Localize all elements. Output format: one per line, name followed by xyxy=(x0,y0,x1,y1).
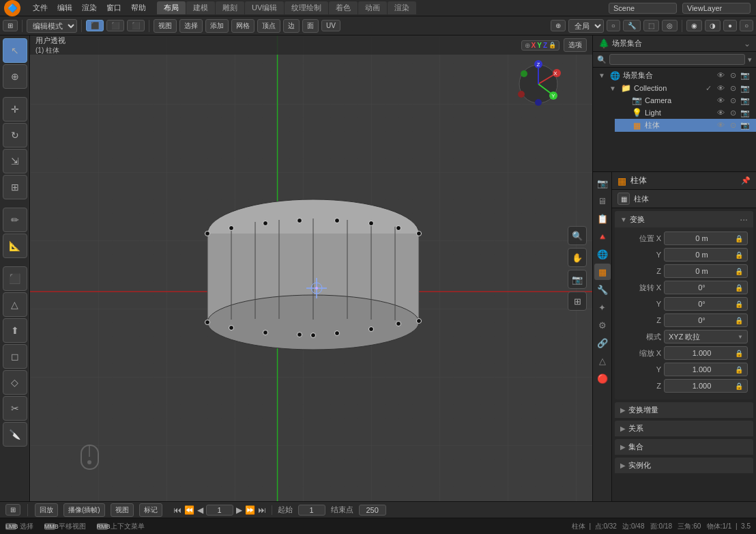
add-menu-btn[interactable]: 添加 xyxy=(205,19,229,33)
playback-btn[interactable]: 回放 xyxy=(35,503,58,517)
move-tool[interactable]: ✛ xyxy=(3,97,27,122)
overlay-btn[interactable]: ⬚ xyxy=(643,20,659,31)
workspace-tab-layout[interactable]: 布局 xyxy=(157,1,186,14)
select-tool[interactable]: ↖ xyxy=(3,38,27,63)
col-render-icon[interactable]: ⊙ xyxy=(727,84,738,93)
viewport-shading-3[interactable]: ● xyxy=(723,20,737,31)
loop-cut-tool[interactable]: ✂ xyxy=(3,396,27,421)
viewport-shading-2[interactable]: ◑ xyxy=(705,20,721,31)
pos-z-field[interactable]: 0 m 🔒 xyxy=(664,264,748,278)
jump-end-btn[interactable]: ⏭ xyxy=(258,505,266,515)
proportional-btn[interactable]: ○ xyxy=(607,20,620,31)
prop-tab-output[interactable]: 🖥 xyxy=(594,193,611,209)
menu-window[interactable]: 窗口 xyxy=(102,1,126,14)
camera-btn[interactable]: 📷 xyxy=(568,270,587,289)
pos-x-field[interactable]: 0 m 🔒 xyxy=(664,231,748,245)
edge-menu-btn[interactable]: 边 xyxy=(283,19,300,33)
x-axis-btn[interactable]: X xyxy=(532,42,536,49)
pos-y-field[interactable]: 0 m 🔒 xyxy=(664,248,748,262)
pin-icon[interactable]: 📌 xyxy=(741,176,751,185)
outliner-cylinder[interactable]: ▶ ▦ 柱体 👁 ⊙ 📷 xyxy=(615,119,756,132)
editor-type-btn[interactable]: ⊞ xyxy=(3,20,18,31)
edit-mode-select[interactable]: 编辑模式 xyxy=(27,19,77,33)
viewport[interactable]: 用户透视 (1) 柱体 ⊕ X Y Z 🔒 选项 xyxy=(30,36,592,501)
add-cone-tool[interactable]: △ xyxy=(3,292,27,317)
jump-start-btn[interactable]: ⏮ xyxy=(173,505,181,515)
col-exclude-icon[interactable]: 👁 xyxy=(715,84,726,93)
scale-x-lock[interactable]: 🔒 xyxy=(735,350,743,357)
playback-speed-btn[interactable]: 播像(插帧) xyxy=(63,503,105,517)
rot-y-lock[interactable]: 🔒 xyxy=(735,300,743,308)
edge-mode-btn[interactable]: ⬛ xyxy=(106,20,124,31)
zoom-in-btn[interactable]: 🔍 xyxy=(568,226,587,245)
grid-btn[interactable]: ⊞ xyxy=(568,292,587,311)
relations-header[interactable]: ▶ 关系 xyxy=(615,421,753,436)
outliner-options[interactable]: ⌄ xyxy=(744,39,751,48)
light-ren-icon[interactable]: 📷 xyxy=(740,109,751,117)
rotate-tool[interactable]: ↻ xyxy=(3,123,27,147)
prop-tab-constraints[interactable]: 🔗 xyxy=(594,335,611,351)
rot-y-field[interactable]: 0° 🔒 xyxy=(664,297,748,311)
render-icon[interactable]: 📷 xyxy=(740,71,751,80)
cyl-vis-icon[interactable]: 👁 xyxy=(715,121,726,130)
rot-x-lock[interactable]: 🔒 xyxy=(735,284,743,292)
workspace-tab-texture[interactable]: 纹理绘制 xyxy=(285,1,328,14)
prop-tab-object[interactable]: ▦ xyxy=(594,264,611,280)
outliner-camera[interactable]: ▶ 📷 Camera 👁 ⊙ 📷 xyxy=(615,94,756,107)
cyl-ren-icon[interactable]: 📷 xyxy=(740,121,751,130)
face-mode-btn[interactable]: ⬛ xyxy=(127,20,145,31)
rotation-mode-dropdown[interactable]: XYZ 欧拉 ▼ xyxy=(664,330,748,343)
prop-tab-modifier[interactable]: 🔧 xyxy=(594,281,611,298)
view-menu-btn[interactable]: 视图 xyxy=(154,19,177,33)
y-axis-btn[interactable]: Y xyxy=(537,42,542,49)
workspace-tab-modeling[interactable]: 建模 xyxy=(186,1,215,14)
vertex-menu-btn[interactable]: 顶点 xyxy=(257,19,280,33)
outliner-scene-collection[interactable]: ▼ 🌐 场景集合 👁 ⊙ 📷 xyxy=(593,69,756,82)
marker-btn[interactable]: 标记 xyxy=(139,503,162,517)
viewlayer-name-input[interactable] xyxy=(682,3,751,14)
filter-icon[interactable]: ▾ xyxy=(748,55,752,64)
col-vis-icon[interactable]: ✓ xyxy=(703,84,714,93)
viewport-options-btn[interactable]: 选项 xyxy=(564,38,587,52)
vertex-mode-btn[interactable]: ⬛ xyxy=(86,20,104,31)
end-frame-field[interactable]: 250 xyxy=(359,505,386,516)
prop-tab-view-layer[interactable]: 📋 xyxy=(594,210,611,227)
prop-tab-data[interactable]: △ xyxy=(594,352,611,369)
prop-tab-render[interactable]: 📷 xyxy=(594,175,611,191)
outliner-search-input[interactable] xyxy=(609,54,745,65)
workspace-tab-rendering[interactable]: 渲染 xyxy=(388,1,416,14)
knife-tool[interactable]: 🔪 xyxy=(3,422,27,447)
current-frame-field[interactable]: 1 xyxy=(206,505,233,516)
transform-header[interactable]: ▼ 变换 ··· xyxy=(615,211,753,227)
prop-tab-world[interactable]: 🌐 xyxy=(594,246,611,262)
select-menu-btn[interactable]: 选择 xyxy=(179,19,203,33)
workspace-tab-animation[interactable]: 动画 xyxy=(358,1,387,14)
collection-header[interactable]: ▶ 集合 xyxy=(615,439,753,455)
start-frame-field[interactable]: 1 xyxy=(298,505,325,516)
scale-y-field[interactable]: 1.000 🔒 xyxy=(664,363,748,376)
face-menu-btn[interactable]: 面 xyxy=(302,19,319,33)
prop-tab-material[interactable]: 🔴 xyxy=(594,370,611,387)
bevel-tool[interactable]: ◇ xyxy=(3,370,27,395)
cam-sel-icon[interactable]: ⊙ xyxy=(727,96,738,105)
pan-btn[interactable]: ✋ xyxy=(568,248,587,267)
play-btn[interactable]: ▶ xyxy=(236,505,242,515)
prop-tab-scene[interactable]: 🔺 xyxy=(594,228,611,244)
workspace-tab-sculpt[interactable]: 雕刻 xyxy=(216,1,244,14)
view-btn[interactable]: 视图 xyxy=(111,503,134,517)
scale-tool[interactable]: ⇲ xyxy=(3,149,27,173)
instancing-header[interactable]: ▶ 实例化 xyxy=(615,458,753,473)
cam-vis-icon[interactable]: 👁 xyxy=(715,96,726,105)
transform-options[interactable]: ··· xyxy=(740,214,748,225)
prop-tab-particles[interactable]: ✦ xyxy=(594,299,611,315)
scale-y-lock[interactable]: 🔒 xyxy=(735,366,743,374)
outliner-collection[interactable]: ▼ 📁 Collection ✓ 👁 ⊙ 📷 xyxy=(604,82,756,94)
z-axis-btn[interactable]: Z xyxy=(543,42,547,49)
rot-z-lock[interactable]: 🔒 xyxy=(735,317,743,324)
transform-space-btn[interactable]: ⊕ xyxy=(551,20,566,31)
annotate-tool[interactable]: ✏ xyxy=(3,208,27,232)
pos-x-lock[interactable]: 🔒 xyxy=(735,235,743,242)
prop-tab-physics[interactable]: ⚙ xyxy=(594,317,611,333)
menu-help[interactable]: 帮助 xyxy=(127,1,150,14)
add-cube-tool[interactable]: ⬛ xyxy=(3,266,27,291)
